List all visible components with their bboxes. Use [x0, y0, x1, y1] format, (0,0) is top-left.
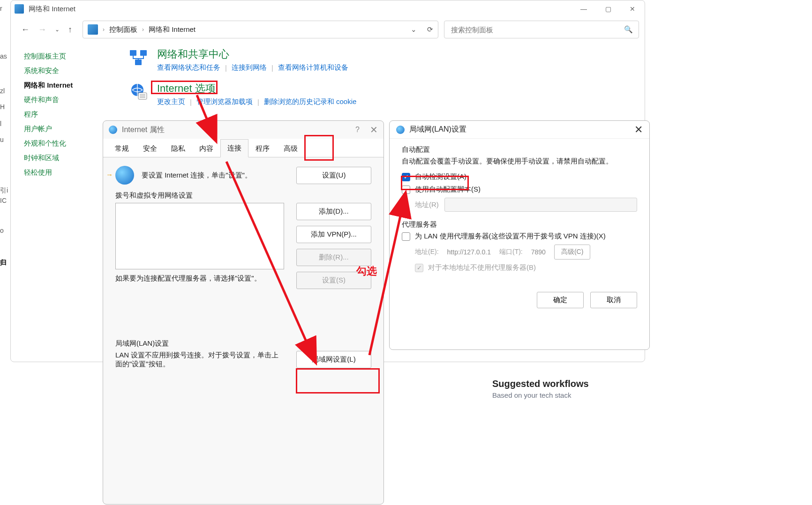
fragment: H [0, 103, 5, 111]
control-panel-monitor-icon [15, 4, 24, 14]
fragment: 引i [0, 186, 8, 195]
sidebar-item-hardware[interactable]: 硬件和声音 [24, 96, 127, 104]
help-button[interactable]: ? [355, 126, 360, 134]
history-dropdown[interactable]: ⌄ [55, 26, 60, 33]
dial-connections-listbox[interactable] [115, 203, 284, 269]
network-sharing-icon [127, 47, 150, 68]
tab-general[interactable]: 常规 [108, 140, 136, 157]
forward-button[interactable]: → [38, 25, 46, 35]
tab-content[interactable]: 内容 [192, 140, 220, 157]
sidebar-item-network[interactable]: 网络和 Internet [24, 81, 127, 90]
lan-close-button[interactable]: ✕ [634, 124, 643, 136]
suggested-workflows: Suggested workflows Based on your tech s… [492, 379, 589, 399]
search-box[interactable]: 🔍 [444, 21, 639, 38]
toolbar: ← → ⌄ ↑ › 控制面板 › 网络和 Internet ⌄ ⟳ 🔍 [11, 17, 645, 42]
link-change-homepage[interactable]: 更改主页 [157, 97, 185, 106]
up-button[interactable]: ↑ [68, 25, 72, 35]
lan-section-label: 局域网(LAN)设置 [115, 339, 371, 348]
svg-rect-1 [140, 50, 147, 56]
address-bar[interactable]: › 控制面板 › 网络和 Internet ⌄ ⟳ [83, 21, 438, 38]
auto-detect-checkbox[interactable]: ✓ [402, 173, 410, 181]
tab-programs[interactable]: 程序 [248, 140, 277, 157]
maximize-button[interactable]: ▢ [596, 0, 620, 17]
proxy-port-label: 端口(T): [499, 248, 523, 256]
minimize-button[interactable]: — [571, 0, 596, 17]
section-links-inetopt: 更改主页 | 管理浏览器加载项 | 删除浏览的历史记录和 cookie [157, 97, 356, 106]
separator: | [190, 98, 192, 106]
separator: | [271, 64, 273, 72]
auto-config-help: 自动配置会覆盖手动设置。要确保使用手动设置，请禁用自动配置。 [402, 157, 637, 166]
proxy-help-text: 如果要为连接配置代理服务器，请选择"设置"。 [115, 274, 284, 283]
window-title: 网络和 Internet [29, 5, 75, 14]
breadcrumb-root[interactable]: 控制面板 [109, 25, 137, 34]
sidebar-item-home[interactable]: 控制面板主页 [24, 52, 127, 61]
suggested-title: Suggested workflows [492, 379, 589, 389]
fragment: o [0, 227, 4, 234]
lan-settings-dialog: 局域网(LAN)设置 ✕ 自动配置 自动配置会覆盖手动设置。要确保使用手动设置，… [389, 120, 650, 350]
section-title-network[interactable]: 网络和共享中心 [157, 47, 348, 61]
tab-privacy[interactable]: 隐私 [164, 140, 192, 157]
fragment: zl [0, 87, 5, 95]
search-icon[interactable]: 🔍 [624, 25, 633, 34]
dialog-body: 要设置 Internet 连接，单击"设置"。 设置(U) 拨号和虚拟专用网络设… [103, 157, 383, 384]
link-connect-network[interactable]: 连接到网络 [232, 63, 267, 72]
lan-help-text: LAN 设置不应用到拨号连接。对于拨号设置，单击上面的"设置"按钮。 [115, 351, 284, 369]
proxy-address-label: 地址(E): [415, 248, 439, 256]
separator: | [257, 98, 259, 106]
chevron-right-icon[interactable]: › [103, 26, 105, 33]
link-view-devices[interactable]: 查看网络计算机和设备 [278, 63, 348, 72]
settings-button: 设置(S) [296, 272, 371, 289]
fragment: r [0, 5, 2, 12]
auto-detect-label: 自动检测设置(A) [415, 172, 466, 181]
bypass-local-checkbox: ✓ [415, 264, 423, 272]
fragment: u [0, 136, 4, 143]
tab-advanced[interactable]: 高级 [277, 140, 305, 157]
lan-titlebar: 局域网(LAN)设置 ✕ [390, 121, 649, 139]
dial-section-label: 拨号和虚拟专用网络设置 [115, 191, 371, 200]
svg-rect-0 [130, 50, 136, 56]
tab-connections[interactable]: 连接 [220, 139, 248, 157]
dialog-titlebar: Internet 属性 ? ✕ [103, 121, 383, 139]
setup-text: 要设置 Internet 连接，单击"设置"。 [142, 171, 252, 180]
lan-globe-icon [396, 126, 405, 134]
dialog-close-button[interactable]: ✕ [370, 124, 378, 135]
chevron-right-icon[interactable]: › [142, 26, 144, 33]
proxy-group-label: 代理服务器 [402, 220, 637, 229]
use-script-checkbox[interactable] [402, 186, 410, 194]
separator: | [225, 64, 227, 72]
lan-dialog-title: 局域网(LAN)设置 [409, 125, 466, 134]
link-manage-addons[interactable]: 管理浏览器加载项 [196, 97, 253, 106]
sidebar-item-system[interactable]: 系统和安全 [24, 67, 127, 75]
breadcrumb-current[interactable]: 网络和 Internet [149, 25, 195, 34]
add-button[interactable]: 添加(D)... [296, 203, 371, 220]
ok-button[interactable]: 确定 [537, 292, 584, 308]
remove-button: 删除(R)... [296, 249, 371, 266]
auto-detect-row[interactable]: ✓ 自动检测设置(A) [402, 172, 637, 181]
add-vpn-button[interactable]: 添加 VPN(P)... [296, 226, 371, 243]
back-button[interactable]: ← [21, 25, 30, 35]
refresh-button[interactable]: ⟳ [427, 25, 433, 34]
bypass-local-label: 对于本地地址不使用代理服务器(B) [428, 263, 536, 272]
address-dropdown[interactable]: ⌄ [411, 25, 417, 34]
section-network-sharing: 网络和共享中心 查看网络状态和任务 | 连接到网络 | 查看网络计算机和设备 [127, 47, 356, 72]
use-proxy-row[interactable]: 为 LAN 使用代理服务器(这些设置不用于拨号或 VPN 连接)(X) [402, 232, 637, 241]
link-view-status[interactable]: 查看网络状态和任务 [157, 63, 220, 72]
close-button[interactable]: ✕ [620, 0, 645, 17]
tab-security[interactable]: 安全 [136, 140, 164, 157]
search-input[interactable] [450, 25, 615, 34]
sidebar-item-programs[interactable]: 程序 [24, 110, 127, 119]
internet-globe-icon [109, 126, 117, 134]
dialog-title: Internet 属性 [122, 125, 165, 135]
section-title-inetopt[interactable]: Internet 选项 [157, 82, 356, 96]
link-delete-history[interactable]: 删除浏览的历史记录和 cookie [264, 97, 357, 106]
use-proxy-checkbox[interactable] [402, 232, 410, 241]
fragment: as [0, 52, 7, 60]
lan-settings-button[interactable]: 局域网设置(L) [296, 351, 371, 368]
cancel-button[interactable]: 取消 [590, 292, 637, 308]
suggested-subtitle: Based on your tech stack [492, 391, 589, 399]
use-script-label: 使用自动配置脚本(S) [415, 185, 481, 194]
setup-button[interactable]: 设置(U) [296, 167, 371, 184]
use-script-row[interactable]: 使用自动配置脚本(S) [402, 185, 637, 194]
control-panel-titlebar: 网络和 Internet — ▢ ✕ [11, 0, 645, 17]
section-internet-options: Internet 选项 更改主页 | 管理浏览器加载项 | 删除浏览的历史记录和… [127, 82, 356, 106]
